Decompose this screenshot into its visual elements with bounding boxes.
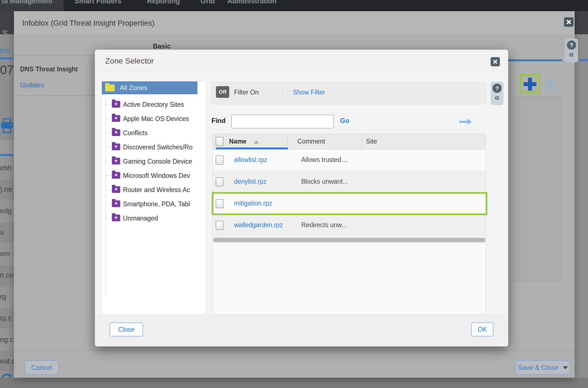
horizontal-scrollbar — [213, 237, 485, 243]
background-row: ).ne — [0, 179, 14, 200]
background-row-text: u — [0, 228, 4, 236]
zone-name-link[interactable]: allowlist.rpz — [234, 156, 267, 164]
table-row-mitigation[interactable]: mitigation.rpz — [213, 193, 486, 215]
filter-toggle-button[interactable]: Off — [216, 86, 229, 98]
tree-connector — [105, 161, 111, 162]
horizontal-scrollbar-thumb[interactable] — [213, 238, 485, 242]
asterisk-glyph: * — [115, 172, 117, 180]
tab-basic[interactable]: Basic — [153, 42, 171, 50]
zone-selector-footer: Close OK — [95, 315, 508, 346]
nav-tab-grid[interactable]: Grid — [201, 0, 215, 5]
tree-item-label: Gaming Console Device — [123, 158, 192, 165]
tree-item-label: Microsoft Windows Dev — [123, 172, 190, 180]
zones-table: Name Comment Site allowlist.rpz Allows t… — [213, 134, 486, 315]
tree-item-all-zones[interactable]: All Zones — [102, 81, 197, 94]
save-and-close-label: Save & Close — [518, 364, 558, 372]
column-header-comment[interactable]: Comment — [297, 138, 325, 145]
tree-connector — [105, 147, 111, 147]
zone-name-link[interactable]: mitigation.rpz — [234, 200, 272, 207]
find-input[interactable] — [231, 115, 334, 128]
nav-tab-administration[interactable]: Administration — [227, 0, 276, 5]
delete-zone-icon[interactable] — [544, 80, 555, 91]
updates-link[interactable]: Updates — [20, 81, 44, 89]
tree-item-conflicts[interactable]: *Conflicts — [102, 127, 206, 139]
asterisk-glyph: * — [115, 186, 117, 194]
select-all-checkbox[interactable] — [216, 137, 223, 146]
folder-zone-icon: * — [112, 101, 120, 108]
tree-connector — [105, 104, 111, 105]
background-row-text: eat.c — [0, 357, 15, 365]
tree-item-unmanaged[interactable]: *Unmanaged — [102, 212, 206, 225]
background-row: n.co — [0, 265, 14, 286]
zone-tree-panel: All Zones *Active Directory Sites *Apple… — [102, 81, 206, 315]
dialog-header: Infoblox (Grid Threat Insight Properties… — [14, 11, 575, 36]
cancel-button[interactable]: Cancel — [25, 360, 59, 375]
column-header-name[interactable]: Name — [229, 138, 247, 145]
go-button[interactable]: Go — [340, 117, 349, 125]
zone-comment: Blocks unwant... — [301, 178, 348, 185]
tree-connector — [105, 190, 111, 190]
nav-tab-smart-folders[interactable]: Smart Folders — [74, 0, 121, 5]
tree-item-gaming-console-devices[interactable]: *Gaming Console Device — [102, 156, 206, 168]
folder-open-icon — [105, 84, 115, 91]
asterisk-glyph: * — [115, 101, 117, 109]
row-checkbox[interactable] — [216, 199, 223, 208]
nav-tab-data-management[interactable]: ta Management — [2, 0, 52, 5]
section-dns-threat-insight: DNS Threat Insight — [20, 66, 78, 73]
asterisk-glyph: * — [115, 144, 117, 151]
asterisk-glyph: * — [115, 115, 117, 123]
filter-bar: Off Filter On Show Filter — [211, 82, 486, 105]
nav-tab-reporting[interactable]: Reporting — [147, 0, 180, 5]
ok-button[interactable]: OK — [471, 322, 493, 336]
zone-name-link[interactable]: walledgarden.rpz — [234, 221, 283, 229]
column-header-site[interactable]: Site — [366, 138, 377, 145]
save-options-caret-icon[interactable] — [563, 366, 568, 369]
show-filter-link[interactable]: Show Filter — [293, 89, 325, 96]
tree-item-apple-mac-os-devices[interactable]: *Apple Mac OS Devices — [102, 113, 206, 125]
zone-selector-close-icon[interactable] — [491, 57, 500, 66]
tree-item-microsoft-windows-devices[interactable]: *Microsoft Windows Dev — [102, 170, 206, 182]
background-row: u — [0, 222, 14, 243]
dialog-help-panel: ? « — [565, 38, 578, 62]
add-zone-icon[interactable] — [528, 78, 532, 91]
modal-help-panel: ? « — [491, 82, 503, 105]
find-label: Find — [211, 117, 226, 125]
background-row-text: om — [0, 250, 10, 258]
background-tab-fragment: ers — [0, 46, 10, 54]
tree-item-smartphone-pda-tablet[interactable]: *Smartphone, PDA, Tabl — [102, 198, 206, 210]
background-tab-underline — [0, 57, 13, 59]
background-row: edg — [0, 201, 14, 222]
background-row: om — [0, 244, 14, 265]
save-and-close-button[interactable]: Save & Close — [515, 360, 570, 375]
tree-item-router-and-wireless[interactable]: *Router and Wireless Ac — [102, 184, 206, 196]
dialog-title: Infoblox (Grid Threat Insight Properties… — [22, 19, 155, 28]
close-button[interactable]: Close — [110, 322, 143, 336]
printer-icon — [1, 118, 13, 134]
dialog-footer-divider — [14, 350, 575, 351]
scroll-right-arrow-icon[interactable] — [459, 118, 472, 126]
folder-zone-icon: * — [112, 200, 120, 207]
background-number-fragment: 07 — [0, 63, 14, 77]
table-row-denylist[interactable]: denylist.rpz Blocks unwant... — [213, 171, 486, 193]
dialog-close-icon[interactable] — [564, 17, 573, 27]
column-divider — [226, 134, 226, 149]
tree-item-label: Smartphone, PDA, Tabl — [123, 200, 190, 208]
tree-item-label: Router and Wireless Ac — [123, 186, 190, 194]
background-row: eat.c — [0, 351, 14, 372]
folder-zone-icon: * — [112, 215, 120, 221]
table-row-allowlist[interactable]: allowlist.rpz Allows trusted ... — [213, 149, 486, 171]
zone-comment: Allows trusted ... — [301, 156, 348, 164]
row-checkbox[interactable] — [216, 156, 223, 165]
row-checkbox[interactable] — [216, 221, 223, 230]
row-checkbox[interactable] — [216, 177, 223, 186]
collapse-icon[interactable]: « — [495, 92, 500, 103]
tree-item-active-directory-sites[interactable]: *Active Directory Sites — [102, 99, 206, 111]
table-row-walledgarden[interactable]: walledgarden.rpz Redirects unw... — [213, 215, 486, 236]
zone-name-link[interactable]: denylist.rpz — [234, 178, 266, 185]
background-text-fragment: S — [2, 28, 8, 38]
dialog-divider — [14, 95, 95, 96]
background-row: rp.c — [0, 308, 14, 329]
tree-item-discovered-switches[interactable]: *Discovered Switches/Ro — [102, 141, 206, 154]
folder-zone-icon: * — [112, 172, 120, 179]
collapse-icon[interactable]: « — [569, 48, 574, 59]
